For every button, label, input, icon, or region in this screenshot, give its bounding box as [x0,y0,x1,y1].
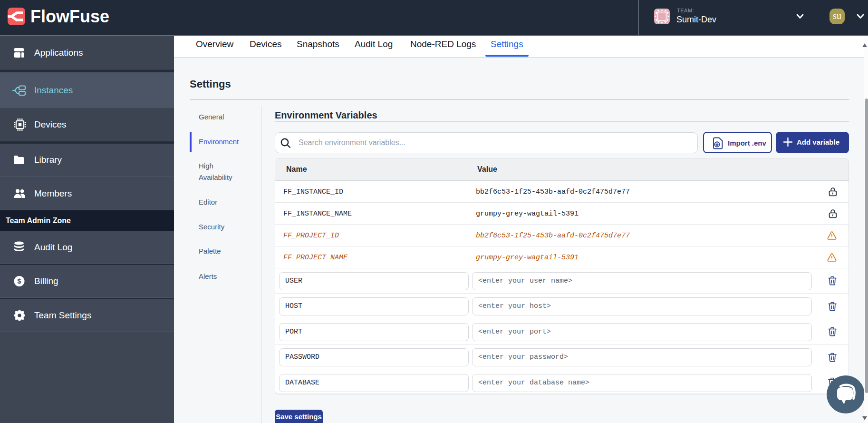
svg-text:$: $ [18,277,21,285]
